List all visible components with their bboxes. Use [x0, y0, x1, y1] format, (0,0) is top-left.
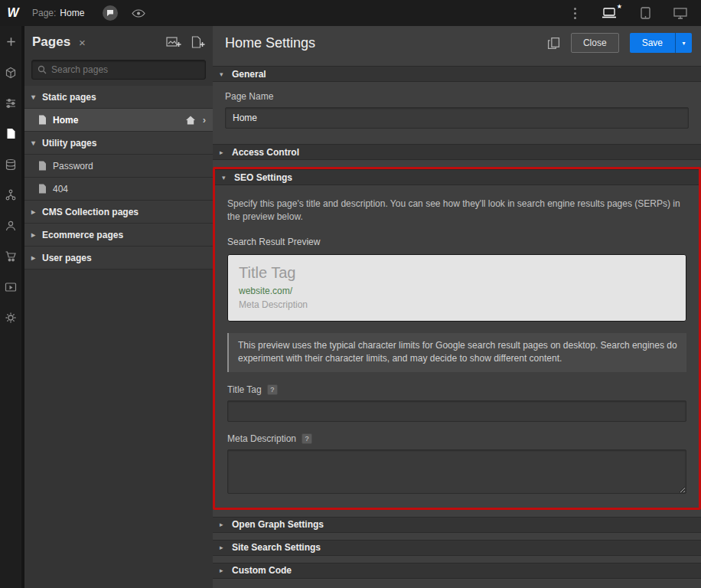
search-pages-input[interactable]: [51, 64, 200, 75]
chevron-right-icon: [31, 253, 42, 262]
add-elements-icon[interactable]: [5, 35, 18, 48]
close-panel-icon[interactable]: ×: [79, 36, 86, 49]
members-icon[interactable]: [5, 219, 18, 232]
page-doc-icon: [38, 115, 47, 125]
page-doc-icon: [38, 161, 47, 171]
serp-meta: Meta Description: [239, 299, 675, 310]
duplicate-page-icon[interactable]: [547, 37, 560, 50]
serp-preview-note: This preview uses the typical character …: [227, 333, 686, 372]
new-folder-icon[interactable]: [166, 36, 181, 48]
save-options-caret-icon[interactable]: ▾: [675, 33, 692, 53]
assets-icon[interactable]: [5, 280, 18, 293]
title-tag-label: Title Tag: [227, 384, 262, 395]
page-label: Page:: [32, 8, 56, 18]
preview-eye-icon[interactable]: [132, 9, 145, 18]
page-name-label: Page Name: [225, 91, 689, 102]
chevron-right-icon: [220, 544, 230, 551]
seo-description-text: Specify this page's title and descriptio…: [227, 198, 686, 224]
title-tag-help-icon[interactable]: ?: [267, 384, 278, 395]
page-title: Home Settings: [225, 35, 315, 51]
topbar: W Page:Home ★: [0, 0, 701, 26]
section-seo-settings[interactable]: SEO Settings: [215, 169, 699, 185]
symbols-icon[interactable]: [5, 66, 18, 79]
breakpoint-desktop-icon[interactable]: [673, 8, 687, 19]
webflow-logo[interactable]: W: [0, 0, 26, 26]
section-custom-code[interactable]: Custom Code: [213, 563, 701, 579]
page-settings-panel: Home Settings Close Save ▾ General Page …: [213, 26, 701, 588]
group-ecommerce-pages[interactable]: Ecommerce pages: [24, 224, 213, 247]
group-utility-pages[interactable]: Utility pages: [24, 132, 213, 155]
chevron-down-icon: [31, 93, 42, 101]
serp-preview-card: Title Tag website.com/ Meta Description: [227, 254, 686, 322]
chevron-right-icon: [220, 567, 230, 574]
section-general[interactable]: General: [213, 66, 701, 82]
chevron-right-icon: [220, 149, 230, 156]
serp-url: website.com/: [239, 286, 675, 296]
more-menu-icon[interactable]: [572, 6, 578, 21]
settings-gear-icon[interactable]: [5, 311, 18, 324]
meta-description-help-icon[interactable]: ?: [302, 433, 312, 444]
new-page-icon[interactable]: [191, 36, 205, 48]
chevron-right-icon: [220, 521, 230, 528]
cms-collections-icon[interactable]: [5, 158, 18, 171]
chevron-down-icon: [222, 174, 232, 181]
logic-tree-icon[interactable]: [5, 188, 18, 201]
breakpoint-laptop-icon[interactable]: ★: [601, 8, 618, 19]
close-button[interactable]: Close: [571, 33, 619, 53]
meta-description-label: Meta Description: [227, 433, 296, 444]
serp-title: Title Tag: [239, 264, 675, 282]
section-access-control[interactable]: Access Control: [213, 144, 701, 160]
star-badge-icon: ★: [617, 3, 622, 10]
page-item-home[interactable]: Home ›: [24, 109, 213, 132]
ecommerce-cart-icon[interactable]: [5, 250, 18, 263]
section-site-search[interactable]: Site Search Settings: [213, 540, 701, 556]
navigator-icon[interactable]: [5, 96, 18, 109]
section-open-graph[interactable]: Open Graph Settings: [213, 517, 701, 533]
save-split-button: Save ▾: [630, 33, 692, 53]
breakpoint-tablet-icon[interactable]: [641, 7, 650, 19]
chevron-down-icon: [220, 70, 230, 78]
page-value[interactable]: Home: [60, 8, 84, 18]
pages-icon[interactable]: [5, 127, 18, 140]
group-cms-collection-pages[interactable]: CMS Collection pages: [24, 201, 213, 224]
seo-annotation-highlight: SEO Settings Specify this page's title a…: [213, 167, 701, 510]
chevron-right-icon[interactable]: ›: [203, 114, 206, 126]
save-button[interactable]: Save: [630, 33, 675, 53]
page-name-input[interactable]: [225, 107, 689, 129]
search-icon: [37, 65, 47, 74]
chevron-down-icon: [31, 139, 42, 147]
search-pages-box: [31, 60, 206, 80]
group-user-pages[interactable]: User pages: [24, 247, 213, 270]
pages-panel-title: Pages: [32, 34, 70, 50]
chevron-right-icon: [31, 207, 42, 216]
pages-panel: Pages × Static pages Home: [24, 26, 213, 588]
group-static-pages[interactable]: Static pages: [24, 86, 213, 109]
search-result-preview-label: Search Result Preview: [227, 237, 686, 247]
homepage-icon: [185, 116, 196, 125]
title-tag-input[interactable]: [227, 400, 686, 422]
page-doc-icon: [38, 184, 47, 194]
meta-description-textarea[interactable]: [227, 449, 686, 494]
page-item-password[interactable]: Password: [24, 155, 213, 178]
left-toolbar: [0, 26, 24, 588]
chevron-right-icon: [31, 230, 42, 239]
breadcrumb: Page:Home: [32, 8, 84, 18]
chat-icon[interactable]: [103, 5, 118, 21]
page-item-404[interactable]: 404: [24, 178, 213, 201]
